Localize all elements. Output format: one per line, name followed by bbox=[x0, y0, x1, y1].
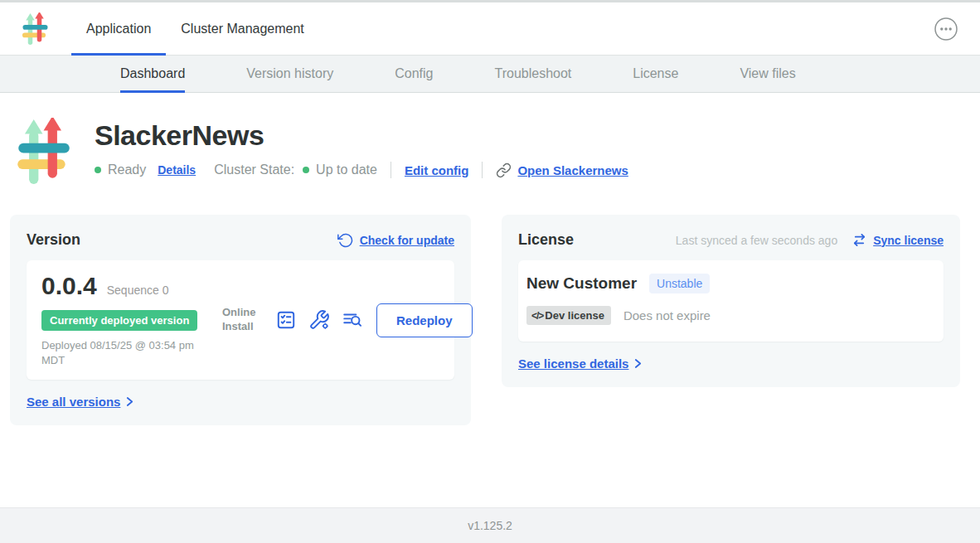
last-synced-label: Last synced a few seconds ago bbox=[676, 234, 837, 247]
check-for-update-link[interactable]: Check for update bbox=[360, 234, 454, 247]
subnav-dashboard-label: Dashboard bbox=[120, 66, 185, 81]
sync-arrows-icon bbox=[851, 232, 867, 248]
license-meta-row: </> Dev license Does not expire bbox=[526, 306, 935, 325]
subnav-tab-config[interactable]: Config bbox=[395, 56, 433, 92]
overflow-menu-button[interactable] bbox=[934, 17, 958, 41]
dev-license-badge: </> Dev license bbox=[526, 306, 611, 325]
view-config-button[interactable] bbox=[308, 309, 330, 331]
currently-deployed-badge: Currently deployed version bbox=[41, 310, 197, 331]
subnav-tab-license[interactable]: License bbox=[633, 56, 678, 92]
app-status-label: Ready bbox=[108, 162, 146, 177]
app-header: SlackerNews Ready Details Cluster State:… bbox=[0, 93, 980, 186]
top-nav-tabs: Application Cluster Management bbox=[71, 2, 319, 55]
expiry-label: Does not expire bbox=[623, 308, 711, 322]
deployed-version-panel: 0.0.4 Sequence 0 Currently deployed vers… bbox=[27, 260, 454, 380]
divider bbox=[482, 162, 483, 178]
tab-cluster-management-label: Cluster Management bbox=[181, 22, 304, 36]
slackernews-logo-icon bbox=[22, 12, 48, 46]
see-license-details-link[interactable]: See license details bbox=[518, 356, 628, 371]
see-license-details-row: See license details bbox=[518, 356, 944, 371]
link-chain-icon bbox=[496, 162, 512, 178]
app-status-row: Ready Details Cluster State: Up to date … bbox=[95, 162, 628, 178]
cluster-state-value: Up to date bbox=[316, 162, 377, 177]
open-app-link[interactable]: Open Slackernews bbox=[517, 163, 628, 177]
app-status-dot bbox=[95, 167, 101, 173]
view-diff-button[interactable] bbox=[342, 309, 363, 331]
sync-license-group: Last synced a few seconds ago Sync licen… bbox=[676, 232, 944, 248]
version-actions: Online Install bbox=[222, 303, 473, 337]
preflight-checklist-icon bbox=[275, 309, 297, 331]
license-card-header: License Last synced a few seconds ago Sy… bbox=[518, 231, 944, 249]
subnav-license-label: License bbox=[633, 66, 678, 81]
tab-cluster-management[interactable]: Cluster Management bbox=[166, 2, 319, 55]
license-card-title: License bbox=[518, 231, 574, 249]
main-content: SlackerNews Ready Details Cluster State:… bbox=[0, 93, 980, 507]
edit-config-link[interactable]: Edit config bbox=[405, 163, 469, 177]
ellipsis-circle-icon bbox=[934, 17, 958, 41]
page-title: SlackerNews bbox=[95, 119, 628, 152]
subnav-tab-dashboard[interactable]: Dashboard bbox=[120, 56, 185, 92]
preflight-checks-button[interactable] bbox=[275, 309, 297, 331]
log-search-icon bbox=[342, 309, 363, 331]
version-details: 0.0.4 Sequence 0 Currently deployed vers… bbox=[41, 272, 217, 368]
subnav-tab-view-files[interactable]: View files bbox=[740, 56, 795, 92]
license-card: License Last synced a few seconds ago Sy… bbox=[502, 215, 960, 387]
see-all-versions-row: See all versions bbox=[27, 395, 454, 409]
refresh-icon bbox=[337, 232, 354, 249]
version-action-icons bbox=[275, 309, 363, 331]
subnav-tab-version-history[interactable]: Version history bbox=[246, 56, 333, 92]
divider bbox=[391, 162, 391, 178]
subnav-view-files-label: View files bbox=[740, 66, 795, 81]
subnav-tab-troubleshoot[interactable]: Troubleshoot bbox=[494, 56, 571, 92]
console-footer: v1.125.2 bbox=[0, 507, 980, 543]
redeploy-button[interactable]: Redeploy bbox=[376, 303, 473, 337]
see-all-versions-link[interactable]: See all versions bbox=[27, 395, 120, 409]
subnav-troubleshoot-label: Troubleshoot bbox=[494, 66, 571, 81]
version-card: Version Check for update 0.0.4 Sequence bbox=[10, 215, 471, 425]
version-card-title: Version bbox=[27, 231, 80, 249]
tab-application-label: Application bbox=[86, 22, 151, 36]
details-link[interactable]: Details bbox=[158, 163, 196, 177]
subnav-version-history-label: Version history bbox=[246, 66, 333, 81]
cluster-state-dot bbox=[303, 167, 309, 173]
app-info: SlackerNews Ready Details Cluster State:… bbox=[95, 118, 628, 186]
app-subnav: Dashboard Version history Config Trouble… bbox=[0, 56, 980, 93]
code-icon: </> bbox=[531, 310, 543, 322]
subnav-config-label: Config bbox=[395, 66, 433, 81]
license-details-panel: New Customer Unstable </> Dev license Do… bbox=[518, 260, 944, 342]
customer-row: New Customer Unstable bbox=[526, 274, 935, 293]
chevron-right-icon bbox=[634, 358, 642, 369]
chevron-right-icon bbox=[126, 396, 133, 407]
sync-license-link[interactable]: Sync license bbox=[873, 234, 944, 247]
deployed-timestamp: Deployed 08/15/25 @ 03:54 pm MDT bbox=[41, 338, 211, 368]
dashboard-cards: Version Check for update 0.0.4 Sequence bbox=[0, 186, 980, 425]
top-header: Application Cluster Management bbox=[0, 2, 980, 56]
version-card-header: Version Check for update bbox=[27, 231, 454, 249]
tab-application[interactable]: Application bbox=[71, 2, 166, 55]
check-for-update-group: Check for update bbox=[337, 232, 454, 249]
sequence-label: Sequence 0 bbox=[107, 284, 169, 297]
cluster-state-label: Cluster State: bbox=[214, 162, 294, 177]
admin-console-page: Application Cluster Management Dashboard… bbox=[0, 0, 980, 543]
install-type-label: Online Install bbox=[222, 306, 265, 334]
dev-license-label: Dev license bbox=[545, 309, 604, 322]
customer-name: New Customer bbox=[526, 274, 637, 293]
console-version-label: v1.125.2 bbox=[468, 519, 512, 532]
channel-badge: Unstable bbox=[649, 274, 710, 293]
version-number: 0.0.4 bbox=[41, 272, 97, 300]
slackernews-app-icon bbox=[17, 118, 70, 186]
wrench-gear-icon bbox=[308, 309, 330, 331]
